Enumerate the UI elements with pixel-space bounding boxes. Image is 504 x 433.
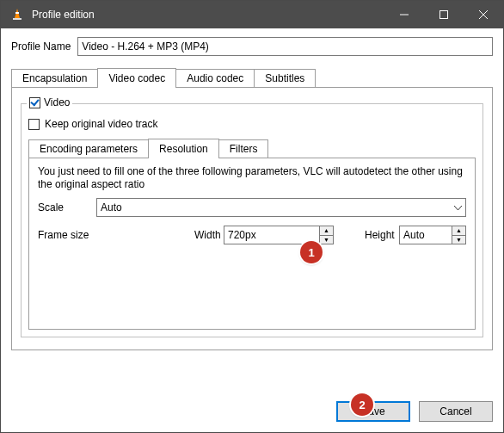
height-value: Auto bbox=[400, 226, 452, 244]
tab-video-codec[interactable]: Video codec bbox=[97, 68, 176, 88]
width-spin[interactable]: 720px ▲▼ bbox=[224, 226, 334, 244]
tab-audio-codec[interactable]: Audio codec bbox=[175, 69, 255, 87]
tab-encoding-parameters[interactable]: Encoding parameters bbox=[28, 139, 149, 158]
video-checkbox-label: Video bbox=[44, 96, 70, 108]
svg-rect-0 bbox=[13, 18, 22, 20]
chevron-down-icon bbox=[452, 201, 464, 213]
tab-resolution[interactable]: Resolution bbox=[148, 139, 219, 158]
scale-label: Scale bbox=[38, 201, 96, 213]
tab-encapsulation[interactable]: Encapsulation bbox=[11, 69, 98, 87]
minimize-button[interactable] bbox=[384, 1, 424, 28]
scale-select[interactable]: Auto bbox=[96, 198, 466, 217]
svg-rect-2 bbox=[440, 11, 448, 19]
callout-1: 1 bbox=[300, 241, 323, 263]
resolution-pane: You just need to fill one of the three f… bbox=[28, 158, 476, 330]
callout-2: 2 bbox=[351, 393, 373, 416]
video-group: Video Keep original video track Encoding… bbox=[21, 103, 483, 337]
profile-edition-window: Profile edition Profile Name Encapsulati… bbox=[0, 0, 504, 433]
cancel-button[interactable]: Cancel bbox=[419, 401, 493, 422]
width-value: 720px bbox=[224, 226, 319, 244]
keep-original-label: Keep original video track bbox=[45, 118, 157, 130]
titlebar: Profile edition bbox=[1, 1, 503, 28]
height-label: Height bbox=[365, 229, 399, 241]
profile-name-label: Profile Name bbox=[11, 40, 71, 53]
video-checkbox[interactable] bbox=[29, 97, 40, 108]
width-step-down[interactable]: ▼ bbox=[320, 236, 333, 244]
keep-original-checkbox[interactable] bbox=[28, 119, 40, 130]
tab-filters[interactable]: Filters bbox=[218, 139, 269, 158]
main-tab-body: Video Keep original video track Encoding… bbox=[11, 87, 493, 350]
height-spin[interactable]: Auto ▲▼ bbox=[399, 226, 466, 244]
scale-value: Auto bbox=[101, 201, 122, 213]
close-button[interactable] bbox=[464, 1, 503, 28]
width-step-up[interactable]: ▲ bbox=[320, 226, 333, 236]
height-step-down[interactable]: ▼ bbox=[452, 236, 465, 244]
inner-tabstrip: Encoding parameters Resolution Filters bbox=[28, 139, 476, 158]
width-label: Width bbox=[194, 229, 224, 241]
window-title: Profile edition bbox=[32, 9, 384, 21]
maximize-button[interactable] bbox=[424, 1, 464, 28]
main-tabstrip: Encapsulation Video codec Audio codec Su… bbox=[11, 68, 493, 87]
frame-size-label: Frame size bbox=[38, 229, 194, 241]
app-icon bbox=[8, 5, 27, 24]
tab-subtitles[interactable]: Subtitles bbox=[254, 69, 316, 87]
profile-name-input[interactable] bbox=[77, 37, 493, 56]
save-button[interactable]: Save bbox=[336, 401, 410, 422]
resolution-hint: You just need to fill one of the three f… bbox=[38, 165, 466, 191]
height-step-up[interactable]: ▲ bbox=[452, 226, 465, 236]
dialog-footer: Save Cancel bbox=[1, 393, 503, 432]
